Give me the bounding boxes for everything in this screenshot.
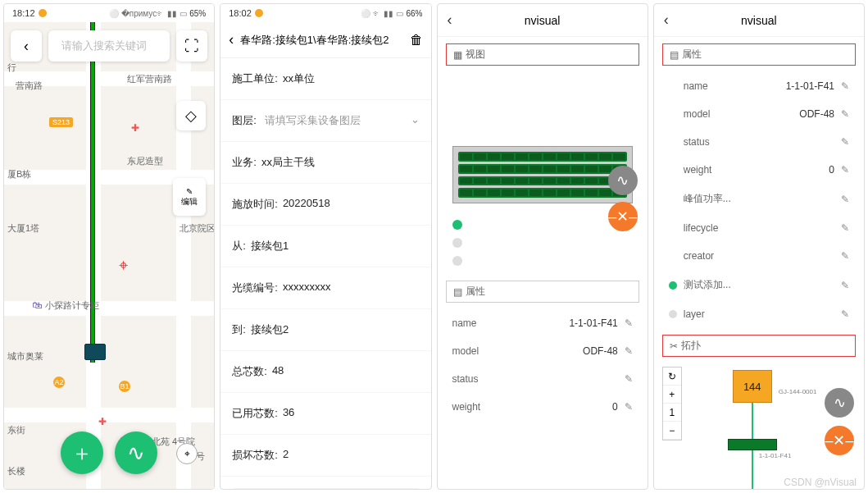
topology-canvas[interactable]: ↻ + 1 − 144 GJ-144-0001 1-1-01-F41 ∿ –✕– [654, 363, 864, 489]
nv-title: nvisual [741, 14, 777, 27]
topo-edge [752, 450, 753, 490]
field-cable[interactable]: 光缆编号: xxxxxxxxx [220, 267, 430, 309]
metro-a2-icon: A2 [53, 377, 65, 388]
prop-row[interactable]: status ✎ [669, 128, 849, 156]
route-button[interactable]: ∿ [608, 166, 638, 195]
map-label: 大厦1塔 [7, 222, 39, 235]
field-time[interactable]: 施放时间: 20220518 [220, 184, 430, 226]
field-to[interactable]: 到: 接续包2 [220, 309, 430, 351]
edit-icon[interactable]: ✎ [841, 222, 849, 234]
prop-key: layer [684, 308, 705, 320]
field-biz[interactable]: 业务: xx局主干线 [220, 142, 430, 184]
field-used[interactable]: 已用芯数: 36 [220, 393, 430, 435]
field-total[interactable]: 总芯数: 48 [220, 351, 430, 393]
edit-icon[interactable]: ✎ [841, 80, 849, 92]
view-section-chip[interactable]: ▦ 视图 [446, 43, 639, 66]
search-box[interactable]: 请输入搜索关键词 [48, 30, 170, 62]
prop-key: 测试添加... [684, 278, 731, 292]
edit-icon[interactable]: ✎ [841, 164, 849, 176]
delete-node-button[interactable]: –✕– [825, 426, 854, 455]
prop-row[interactable]: model ODF-48 ✎ [452, 337, 633, 365]
pager-dot[interactable] [452, 220, 462, 230]
edit-icon[interactable]: ✎ [841, 108, 849, 120]
prop-key: name [452, 317, 477, 329]
prop-section-chip[interactable]: ▤ 属性 [662, 43, 856, 66]
route-button[interactable]: ∿ [115, 431, 157, 474]
close-icon: –✕– [608, 208, 637, 226]
edit-icon[interactable]: ✎ [625, 373, 633, 385]
edit-button[interactable]: ✎ 编辑 [173, 178, 206, 216]
prop-row[interactable]: name 1-1-01-F41 ✎ [669, 72, 849, 100]
prop-row[interactable]: layer ✎ [669, 300, 849, 328]
odu-node[interactable] [728, 439, 777, 450]
zoom-in-button[interactable]: + [663, 386, 681, 404]
route-icon: ∿ [127, 441, 145, 466]
prop-value: 0 [612, 401, 618, 413]
back-icon[interactable]: ‹ [664, 11, 669, 29]
layers-button[interactable]: ◇ [176, 101, 206, 130]
pager-dot[interactable] [452, 256, 462, 266]
signal-icon: ▮▮ [384, 9, 393, 18]
map-label: 北京院区 [180, 222, 214, 235]
wifi-icon: �примусᯤ [121, 9, 165, 18]
form-title: 春华路:接续包1\春华路:接续包2 [240, 33, 402, 48]
field-layer[interactable]: 图层: 请填写采集设备图层 ⌄ [220, 100, 430, 142]
field-placeholder: 请填写采集设备图层 [265, 113, 406, 128]
delete-node-button[interactable]: –✕– [608, 202, 638, 231]
scan-icon: ⛶ [184, 38, 199, 55]
edit-icon[interactable]: ✎ [841, 194, 849, 205]
list-icon: ▤ [670, 49, 679, 61]
device-marker[interactable] [84, 344, 106, 360]
back-button[interactable]: ‹ [11, 30, 42, 62]
prop-row[interactable]: model ODF-48 ✎ [669, 100, 849, 128]
prop-row[interactable]: status ✎ [452, 365, 633, 393]
delete-icon[interactable]: 🗑 [410, 33, 423, 48]
status-time: 18:02 [229, 8, 252, 18]
field-value: xx单位 [283, 71, 315, 86]
cancel-button[interactable]: 取消 [232, 488, 419, 489]
prop-value: ODF-48 [583, 345, 618, 357]
poi-pharmacy-icon: ✚ [98, 416, 107, 427]
prop-key: status [684, 136, 710, 148]
prop-row[interactable]: name 1-1-01-F41 ✎ [452, 309, 633, 337]
scan-button[interactable]: ⛶ [176, 30, 207, 62]
add-button[interactable]: ＋ [61, 431, 103, 474]
zoom-out-button[interactable]: − [663, 422, 681, 440]
prop-row[interactable]: lifecycle ✎ [669, 214, 849, 242]
field-broken[interactable]: 损坏芯数: 2 [220, 435, 430, 477]
topo-node[interactable]: 144 [733, 370, 772, 403]
prop-row[interactable]: creator ✎ [669, 242, 849, 270]
edit-icon[interactable]: ✎ [841, 250, 849, 262]
wifi-icon: ᯤ [373, 9, 381, 18]
pager-dot[interactable] [452, 238, 462, 248]
refresh-button[interactable]: ↻ [663, 367, 681, 386]
back-icon[interactable]: ‹ [229, 31, 234, 48]
edit-icon[interactable]: ✎ [625, 317, 633, 329]
prop-row[interactable]: weight 0 ✎ [669, 156, 849, 184]
zoom-value: 1 [663, 404, 681, 422]
edit-icon[interactable]: ✎ [841, 136, 849, 148]
prop-section-chip[interactable]: ▤ 属性 [446, 281, 639, 303]
signal-icon: ▮▮ [167, 9, 177, 18]
layers-icon: ◇ [185, 107, 197, 125]
route-button[interactable]: ∿ [825, 388, 854, 418]
prop-key: 峰值功率... [684, 192, 731, 206]
edit-icon[interactable]: ✎ [841, 280, 849, 291]
edit-icon[interactable]: ✎ [841, 308, 849, 320]
prop-row[interactable]: 测试添加... ✎ [669, 270, 849, 300]
topo-label: 1-1-01-F41 [759, 452, 792, 459]
status-dot [669, 310, 677, 318]
edit-icon[interactable]: ✎ [625, 345, 633, 357]
map-canvas[interactable]: 行 营南路 红军营南路 S213 ✚ 厦B栋 东尼造型 大厦1塔 北京院区 ⌖ … [4, 22, 214, 489]
back-icon[interactable]: ‹ [448, 11, 452, 29]
nv-title: nvisual [525, 14, 561, 27]
prop-row[interactable]: weight 0 ✎ [452, 393, 633, 421]
list-icon: ▤ [453, 286, 462, 298]
topo-section-chip[interactable]: ✂ 拓扑 [662, 335, 856, 357]
field-from[interactable]: 从: 接续包1 [220, 226, 430, 267]
field-unit[interactable]: 施工单位: xx单位 [220, 58, 430, 100]
edit-icon[interactable]: ✎ [625, 401, 633, 413]
prop-row[interactable]: 峰值功率... ✎ [669, 184, 849, 214]
map-label: 行 [7, 62, 16, 74]
map-label: 厦B栋 [7, 168, 31, 180]
